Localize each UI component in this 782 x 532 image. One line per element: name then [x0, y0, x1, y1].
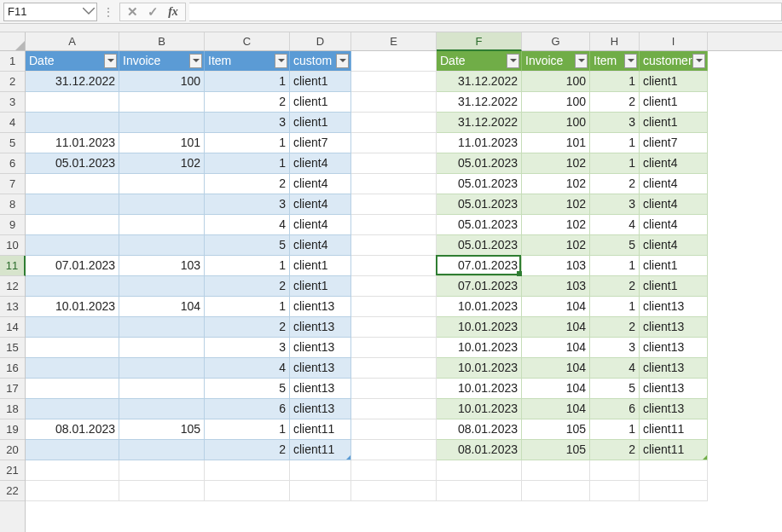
cell-A11[interactable]: 07.01.2023 — [26, 256, 119, 276]
cell-I11[interactable]: client1 — [640, 256, 708, 276]
cell-I16[interactable]: client13 — [640, 358, 708, 379]
cell-F20[interactable]: 08.01.2023 — [437, 440, 522, 460]
cell-H4[interactable]: 3 — [590, 113, 640, 133]
cell-E10[interactable] — [351, 235, 437, 256]
cell-I8[interactable]: client4 — [640, 194, 708, 215]
cell-D18[interactable]: client13 — [290, 399, 351, 419]
cell-G10[interactable]: 102 — [522, 235, 590, 256]
cell-A6[interactable]: 05.01.2023 — [26, 153, 119, 174]
row-header-21[interactable]: 21 — [0, 460, 25, 481]
accept-formula-button[interactable]: ✓ — [146, 4, 159, 20]
row-header-10[interactable]: 10 — [0, 235, 25, 256]
column-header-F[interactable]: F — [437, 32, 522, 51]
cell-H8[interactable]: 3 — [590, 194, 640, 215]
cell-B22[interactable] — [119, 481, 205, 501]
cell-B14[interactable] — [119, 317, 205, 338]
cell-F19[interactable]: 08.01.2023 — [437, 419, 522, 440]
row-header-14[interactable]: 14 — [0, 317, 25, 338]
cell-C13[interactable]: 1 — [205, 297, 290, 317]
cell-I22[interactable] — [640, 481, 708, 501]
cell-D20[interactable]: client11 — [290, 440, 351, 460]
cell-H5[interactable]: 1 — [590, 133, 640, 153]
cell-E1[interactable] — [351, 51, 437, 72]
row-header-2[interactable]: 2 — [0, 72, 25, 92]
cell-C17[interactable]: 5 — [205, 379, 290, 399]
cell-B12[interactable] — [119, 276, 205, 297]
cell-B3[interactable] — [119, 92, 205, 113]
table-resize-handle-icon[interactable] — [703, 455, 707, 460]
cell-A19[interactable]: 08.01.2023 — [26, 419, 119, 440]
cell-G14[interactable]: 104 — [522, 317, 590, 338]
cell-E5[interactable] — [351, 133, 437, 153]
cell-D7[interactable]: client4 — [290, 174, 351, 194]
cell-C5[interactable]: 1 — [205, 133, 290, 153]
cell-E8[interactable] — [351, 194, 437, 215]
cell-B13[interactable]: 104 — [119, 297, 205, 317]
cell-F4[interactable]: 31.12.2022 — [437, 113, 522, 133]
cell-I7[interactable]: client4 — [640, 174, 708, 194]
cell-C7[interactable]: 2 — [205, 174, 290, 194]
cell-G5[interactable]: 101 — [522, 133, 590, 153]
row-header-19[interactable]: 19 — [0, 419, 25, 440]
name-box-dropdown-icon[interactable] — [83, 4, 95, 20]
cell-E3[interactable] — [351, 92, 437, 113]
cell-E15[interactable] — [351, 338, 437, 358]
cell-H12[interactable]: 2 — [590, 276, 640, 297]
cell-D19[interactable]: client11 — [290, 419, 351, 440]
cell-A20[interactable] — [26, 440, 119, 460]
cell-D3[interactable]: client1 — [290, 92, 351, 113]
cell-C19[interactable]: 1 — [205, 419, 290, 440]
cell-G13[interactable]: 104 — [522, 297, 590, 317]
cell-C14[interactable]: 2 — [205, 317, 290, 338]
cell-F3[interactable]: 31.12.2022 — [437, 92, 522, 113]
cell-F10[interactable]: 05.01.2023 — [437, 235, 522, 256]
filter-dropdown-icon[interactable] — [189, 54, 202, 68]
cell-G20[interactable]: 105 — [522, 440, 590, 460]
cell-I12[interactable]: client1 — [640, 276, 708, 297]
cell-E20[interactable] — [351, 440, 437, 460]
cell-H2[interactable]: 1 — [590, 72, 640, 92]
row-header-13[interactable]: 13 — [0, 297, 25, 317]
cell-D12[interactable]: client1 — [290, 276, 351, 297]
cell-H15[interactable]: 3 — [590, 338, 640, 358]
cell-I2[interactable]: client1 — [640, 72, 708, 92]
cell-B10[interactable] — [119, 235, 205, 256]
cell-G6[interactable]: 102 — [522, 153, 590, 174]
cell-G17[interactable]: 104 — [522, 379, 590, 399]
cell-C11[interactable]: 1 — [205, 256, 290, 276]
column-header-I[interactable]: I — [640, 32, 708, 50]
cell-I4[interactable]: client1 — [640, 113, 708, 133]
cell-A14[interactable] — [26, 317, 119, 338]
cell-C12[interactable]: 2 — [205, 276, 290, 297]
cell-I20[interactable]: client11 — [640, 440, 708, 460]
cell-H7[interactable]: 2 — [590, 174, 640, 194]
cell-C9[interactable]: 4 — [205, 215, 290, 235]
cell-H3[interactable]: 2 — [590, 92, 640, 113]
cancel-formula-button[interactable]: ✕ — [125, 4, 139, 20]
cell-H21[interactable] — [590, 460, 640, 481]
cell-I5[interactable]: client7 — [640, 133, 708, 153]
cell-H6[interactable]: 1 — [590, 153, 640, 174]
formula-input[interactable] — [189, 3, 782, 21]
cell-C1[interactable]: Item — [205, 51, 290, 72]
cell-C8[interactable]: 3 — [205, 194, 290, 215]
filter-dropdown-icon[interactable] — [104, 54, 117, 68]
cell-A5[interactable]: 11.01.2023 — [26, 133, 119, 153]
cell-E2[interactable] — [351, 72, 437, 92]
cell-H9[interactable]: 4 — [590, 215, 640, 235]
cell-F14[interactable]: 10.01.2023 — [437, 317, 522, 338]
cell-B9[interactable] — [119, 215, 205, 235]
cell-G3[interactable]: 100 — [522, 92, 590, 113]
cell-A1[interactable]: Date — [26, 51, 119, 72]
cell-D22[interactable] — [290, 481, 351, 501]
row-header-12[interactable]: 12 — [0, 276, 25, 297]
cell-H11[interactable]: 1 — [590, 256, 640, 276]
cell-D15[interactable]: client13 — [290, 338, 351, 358]
cell-A7[interactable] — [26, 174, 119, 194]
cell-D10[interactable]: client4 — [290, 235, 351, 256]
cell-B7[interactable] — [119, 174, 205, 194]
cell-H1[interactable]: Item — [590, 51, 640, 72]
cell-D17[interactable]: client13 — [290, 379, 351, 399]
cell-G8[interactable]: 102 — [522, 194, 590, 215]
cell-E6[interactable] — [351, 153, 437, 174]
